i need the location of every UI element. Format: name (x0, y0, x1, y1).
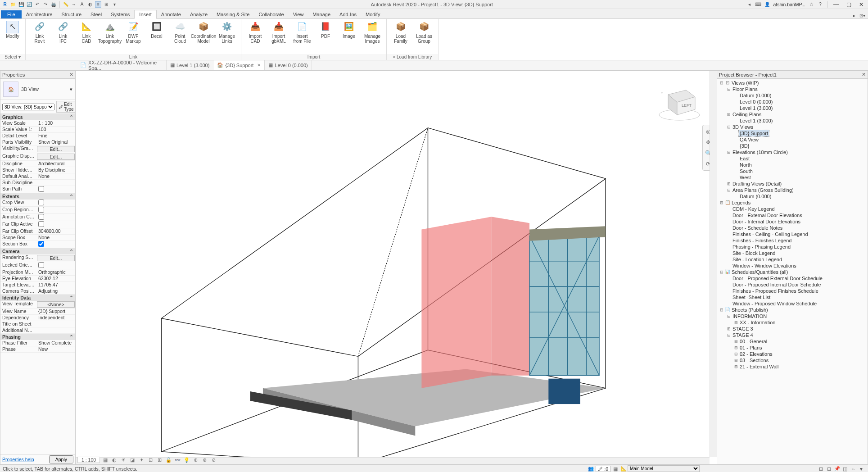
tree-item[interactable]: ⊟⊡Views (WIP) (717, 80, 868, 86)
tab-analyze[interactable]: Analyze (185, 10, 212, 18)
prop-value[interactable] (36, 321, 75, 327)
prop-value[interactable]: Architectural (36, 161, 75, 167)
tree-item[interactable]: Finishes - Proposed Finishes Schedule (717, 288, 868, 294)
tab-collaborate[interactable]: Collaborate (254, 10, 288, 18)
user-icon[interactable]: 👤 (764, 1, 770, 8)
status-workset-icon[interactable]: 👥 (587, 466, 595, 472)
favorites-icon[interactable]: ☆ (808, 1, 814, 8)
prop-value[interactable]: {3D} Support (36, 309, 75, 314)
keyboard-icon[interactable]: ⌨ (755, 1, 761, 8)
prop-value[interactable] (36, 180, 75, 186)
view-scale-button[interactable]: 1 : 100 (77, 457, 100, 463)
detail-level-icon[interactable]: ▦ (102, 456, 109, 463)
ribbon-manage-images[interactable]: 🗂️ManageImages (361, 20, 384, 45)
qat-switch-icon[interactable]: ▾ (111, 1, 118, 8)
prop-value[interactable]: 11705.47 (36, 282, 75, 288)
tree-item[interactable]: ⊟Elevations (18mm Circle) (717, 149, 868, 155)
ribbon-link-revit[interactable]: 🔗LinkRevit (28, 20, 51, 45)
view-type-dropdown[interactable]: 3D View▾ (21, 86, 72, 92)
prop-checkbox[interactable] (38, 207, 44, 213)
ribbon-play-icon[interactable]: ▸ (851, 12, 857, 18)
tab-massing-site[interactable]: Massing & Site (212, 10, 254, 18)
crop-view-icon[interactable]: ⊡ (147, 456, 154, 463)
prop-value[interactable]: 100 (36, 127, 75, 132)
tree-item[interactable]: Datum (0.000) (717, 92, 868, 99)
analytical-icon[interactable]: ⊗ (201, 456, 208, 463)
prop-group-phasing[interactable]: Phasing⌃ (0, 334, 75, 340)
prop-value[interactable] (36, 214, 75, 221)
prop-value[interactable] (36, 200, 75, 206)
tree-item[interactable]: East (717, 155, 868, 162)
apply-button[interactable]: Apply (49, 455, 73, 463)
viewcube-home-icon[interactable]: ⌂ (661, 91, 663, 95)
tab-steel[interactable]: Steel (86, 10, 106, 18)
prop-checkbox[interactable] (38, 262, 44, 268)
prop-value[interactable]: Show Complete (36, 340, 75, 346)
prop-value[interactable]: Edit... (37, 255, 75, 261)
prop-checkbox[interactable] (38, 241, 44, 247)
collapse-icon[interactable]: ⊟ (726, 332, 732, 338)
ribbon-point-cloud[interactable]: ☁️PointCloud (169, 20, 191, 45)
reveal-hidden-icon[interactable]: 💡 (183, 456, 190, 463)
collapse-icon[interactable]: ⊟ (726, 313, 732, 319)
prop-value[interactable] (36, 186, 75, 193)
prop-value[interactable]: None (36, 173, 75, 179)
tab-annotate[interactable]: Annotate (157, 10, 185, 18)
tree-item[interactable]: ⊟3D Views (717, 124, 868, 130)
tree-item[interactable]: Level 0 (0.000) (717, 99, 868, 105)
status-select-pinned-icon[interactable]: 📌 (833, 466, 841, 472)
ribbon-link-cad[interactable]: 📐LinkCAD (75, 20, 98, 45)
ribbon-pdf[interactable]: 📕PDF (314, 20, 337, 45)
prop-value[interactable]: 304800.00 (36, 228, 75, 234)
info-center-icon[interactable]: ◂ (746, 1, 752, 8)
tree-item[interactable]: {3D} (717, 143, 868, 149)
ribbon-load-as-group[interactable]: 📦Load asGroup (413, 20, 435, 45)
tree-item[interactable]: ⊞03 - Sections (717, 357, 868, 363)
prop-checkbox[interactable] (38, 221, 44, 227)
modify-button[interactable]: ↖ Modify (3, 20, 23, 45)
collapse-icon[interactable]: ⊟ (726, 86, 732, 92)
status-filter-icon[interactable]: ▦ (611, 466, 619, 472)
collapse-icon[interactable]: ⊟ (719, 307, 724, 313)
qat-undo-icon[interactable]: ↶ (34, 1, 41, 8)
tree-item[interactable]: Finishes - Ceiling - Ceiling Legend (717, 231, 868, 237)
tree-item[interactable]: North (717, 162, 868, 168)
visual-style-icon[interactable]: ◐ (111, 456, 118, 463)
tree-item[interactable]: CDM - Key Legend (717, 206, 868, 212)
tab-insert[interactable]: Insert (134, 10, 157, 19)
qat-text-icon[interactable]: A (79, 1, 85, 8)
instance-dropdown[interactable]: 3D View: {3D} Suppo (2, 104, 54, 110)
prop-value[interactable] (36, 221, 75, 228)
qat-align-icon[interactable]: ↔ (71, 1, 77, 8)
tab-add-ins[interactable]: Add-Ins (335, 10, 361, 18)
prop-value[interactable]: <None> (37, 301, 75, 308)
tree-item[interactable]: Door - Schedule Notes (717, 225, 868, 231)
qat-close-hidden-icon[interactable]: ⊞ (103, 1, 109, 8)
tree-item[interactable]: ⊞STAGE 3 (717, 326, 868, 332)
tree-item[interactable]: Door - External Door Elevations (717, 212, 868, 218)
prop-value[interactable]: Independent (36, 315, 75, 321)
ribbon-group-select[interactable]: Select ▾ (0, 54, 25, 60)
tab-structure[interactable]: Structure (57, 10, 86, 18)
prop-group-camera[interactable]: Camera⌃ (0, 248, 75, 254)
prop-value[interactable]: Orthographic (36, 269, 75, 275)
tree-item[interactable]: Window - Proposed Window Schedule (717, 300, 868, 307)
prop-group-extents[interactable]: Extents⌃ (0, 193, 75, 200)
tree-item[interactable]: West (717, 174, 868, 181)
ribbon-link-topography[interactable]: ⛰️LinkTopography (99, 20, 121, 45)
ribbon-import-gbxml[interactable]: 📥ImportgbXML (267, 20, 290, 45)
prop-checkbox[interactable] (38, 214, 44, 220)
prop-value[interactable] (36, 327, 75, 333)
expand-icon[interactable]: ⊞ (726, 326, 732, 332)
prop-value[interactable]: Edit... (37, 146, 75, 152)
status-select-face-icon[interactable]: ◫ (841, 466, 849, 472)
doctab[interactable]: ▦Level 1 (3.000) (167, 60, 213, 70)
qat-tag-icon[interactable]: ◐ (87, 1, 93, 8)
qat-open-icon[interactable]: 📁 (10, 1, 16, 8)
prop-value[interactable] (36, 207, 75, 213)
prop-value[interactable] (36, 241, 75, 248)
viewport-3d[interactable]: LEFT ⌂ ◎ ✥ 🔍 ⟳ 1 : 100 ▦ ◐ ☀ ◪ ✦ ⊡ ⊞ 🔓 👓… (76, 70, 717, 465)
ribbon-dwf-markup[interactable]: 📝DWFMarkup (122, 20, 145, 45)
prop-checkbox[interactable] (38, 200, 44, 205)
properties-help-link[interactable]: Properties help (2, 457, 34, 462)
